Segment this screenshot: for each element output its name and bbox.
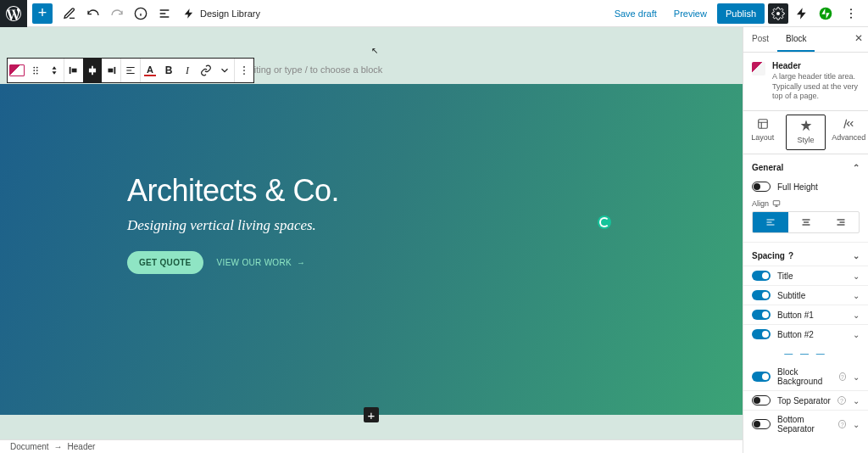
svg-point-8 [36,70,38,71]
toggle-button1[interactable] [752,310,771,320]
toggle-full-height[interactable] [752,182,771,192]
header-block-icon [752,62,765,76]
arrow-right-icon: → [297,258,305,267]
align-right-button[interactable] [823,212,859,232]
jetpack-icon[interactable] [815,3,836,24]
breadcrumb: Document → Header [0,439,743,453]
toggle-block-bg[interactable] [752,372,771,382]
block-more-icon[interactable] [235,59,253,82]
view-work-button[interactable]: VIEW OUR WORK → [217,258,306,267]
outline-icon[interactable] [154,3,175,24]
svg-point-3 [850,13,852,14]
info-icon[interactable]: ? [838,420,846,428]
panel-advanced[interactable]: Advanced [829,111,868,154]
header-block[interactable]: Architects & Co. Designing vertical livi… [0,84,743,415]
info-icon[interactable]: ? [788,251,793,260]
toggle-button2[interactable] [752,329,771,339]
align-left-button[interactable] [753,212,788,232]
panel-layout[interactable]: Layout [743,111,782,154]
content-width-icon[interactable] [121,59,140,82]
label-align: Align [743,196,868,208]
svg-point-17 [243,66,245,68]
move-arrows-icon[interactable] [45,59,64,82]
sidebar-panels: Layout Style Advanced [743,111,868,154]
svg-point-6 [36,67,38,69]
chevron-down-icon[interactable]: ⌄ [853,420,860,429]
stackable-icon[interactable] [792,3,812,24]
text-color-icon[interactable]: A [141,59,159,82]
section-general[interactable]: General ⌃ [743,154,868,177]
toggle-subtitle[interactable] [752,290,771,300]
design-library-button[interactable]: Design Library [183,8,260,20]
save-draft-button[interactable]: Save draft [608,5,664,22]
align-button-group [752,211,860,233]
svg-point-7 [33,70,35,71]
svg-rect-15 [114,67,116,74]
publish-button[interactable]: Publish [717,3,765,24]
bold-icon[interactable]: B [159,59,178,82]
header-title[interactable]: Architects & Co. [127,173,743,209]
add-block-button[interactable]: + [32,3,53,24]
more-options-icon[interactable] [841,3,861,24]
align-left-icon[interactable] [64,59,83,82]
block-card-desc: A large header title area. Typically use… [772,72,860,102]
row-button1: Button #1 ⌄ [743,305,868,324]
svg-rect-12 [72,69,77,73]
wordpress-logo[interactable] [0,0,27,27]
chevron-down-icon[interactable]: ⌄ [853,372,860,382]
toggle-title[interactable] [752,271,771,281]
breadcrumb-document[interactable]: Document [10,442,49,451]
row-title: Title ⌄ [743,266,868,285]
settings-sidebar: Post Block ✕ Header A large header title… [743,27,868,453]
svg-rect-16 [108,69,114,73]
chevron-down-icon[interactable]: ⌄ [853,310,860,320]
sidebar-tabs: Post Block ✕ [743,27,868,53]
close-sidebar-icon[interactable]: ✕ [854,32,863,44]
svg-rect-20 [759,120,768,129]
section-spacing[interactable]: Spacing? ⌄ [743,243,868,266]
row-block-background: Block Background ? ⌄ [743,363,868,390]
settings-icon[interactable] [768,3,788,24]
advanced-icon [843,118,854,130]
svg-point-1 [820,7,832,20]
info-icon[interactable]: ? [837,396,846,405]
info-icon[interactable]: ? [839,372,846,381]
svg-point-9 [33,73,35,75]
svg-point-19 [243,73,245,75]
block-type-icon[interactable] [8,59,26,82]
drag-handle-icon[interactable] [26,59,45,82]
italic-icon[interactable]: I [178,59,197,82]
link-icon[interactable] [197,59,215,82]
align-center-icon[interactable] [83,59,102,82]
more-format-icon[interactable] [215,59,234,82]
redo-icon[interactable] [107,3,127,24]
svg-point-2 [850,8,852,10]
panel-style[interactable]: Style [786,115,826,150]
info-icon[interactable] [131,3,151,24]
chevron-down-icon[interactable]: ⌄ [853,271,860,281]
row-subtitle: Subtitle ⌄ [743,286,868,305]
preview-button[interactable]: Preview [667,5,714,22]
responsive-icon[interactable] [772,199,781,208]
svg-point-18 [243,70,245,71]
design-library-label: Design Library [200,8,260,19]
block-placeholder[interactable]: t writing or type / to choose a block [239,64,382,75]
edit-icon[interactable] [59,3,80,24]
header-subtitle[interactable]: Designing vertical living spaces. [127,217,743,234]
get-quote-button[interactable]: GET QUOTE [127,251,203,274]
toggle-top-sep[interactable] [752,395,771,405]
align-right-icon[interactable] [102,59,120,82]
undo-icon[interactable] [83,3,103,24]
tab-block[interactable]: Block [777,27,815,52]
top-toolbar: + Design Library Save draft Preview Publ… [0,0,868,27]
toggle-bottom-sep[interactable] [752,419,771,429]
chevron-down-icon[interactable]: ⌄ [853,291,860,300]
align-center-button[interactable] [788,212,824,232]
tab-post[interactable]: Post [743,27,777,52]
grammarly-icon[interactable] [598,215,611,229]
add-block-below-button[interactable]: + [364,407,379,422]
breadcrumb-block[interactable]: Header [68,442,96,451]
chevron-down-icon[interactable]: ⌄ [853,330,860,339]
svg-rect-11 [70,67,71,74]
chevron-down-icon[interactable]: ⌄ [853,396,860,405]
